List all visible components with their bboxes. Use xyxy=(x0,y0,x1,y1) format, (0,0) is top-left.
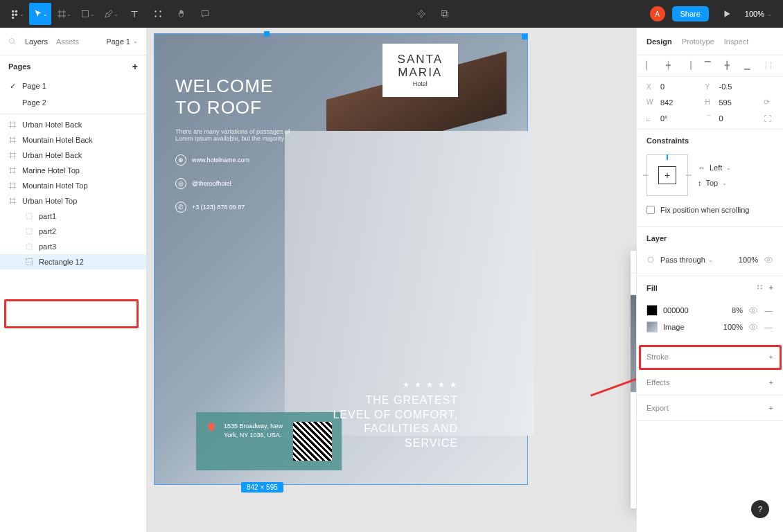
fill-header: Fill xyxy=(646,284,658,292)
comment-tool-button[interactable] xyxy=(194,3,216,25)
help-button[interactable]: ? xyxy=(751,500,769,518)
present-button[interactable] xyxy=(716,3,738,25)
constraints-widget[interactable]: + xyxy=(646,154,688,196)
align-left-icon[interactable]: ▏ xyxy=(646,61,656,71)
image-preview: Choose image xyxy=(631,295,636,392)
visibility-icon[interactable] xyxy=(764,255,773,265)
layer-item-part1[interactable]: part1 xyxy=(0,209,146,224)
layer-item-urban-hotel-back[interactable]: Urban Hotel Back xyxy=(0,148,146,163)
hotel-badge: SANTA MARIA Hotel xyxy=(382,44,458,97)
layer-item-urban-hotel-back[interactable]: Urban Hotel Back xyxy=(0,117,146,132)
mask-icon[interactable] xyxy=(434,3,456,25)
align-right-icon[interactable]: ▕ xyxy=(685,61,695,71)
text-tool-button[interactable] xyxy=(123,3,146,25)
layer-opacity-input[interactable]: 100% xyxy=(739,256,758,264)
svg-point-22 xyxy=(752,309,755,312)
x-input[interactable]: 0 xyxy=(660,82,701,91)
selected-frame[interactable]: SANTA MARIA Hotel WELCOMETO ROOF There a… xyxy=(154,33,528,485)
user-avatar[interactable]: A xyxy=(650,6,665,21)
constraints-header: Constraints xyxy=(637,130,783,152)
slider-highlights[interactable]: Highlights xyxy=(631,475,636,492)
resources-button[interactable] xyxy=(147,3,169,25)
align-top-icon[interactable]: ▔ xyxy=(705,61,714,71)
w-input[interactable]: 842 xyxy=(660,98,701,107)
svg-point-8 xyxy=(155,15,156,17)
welcome-subtext: There are many variations of passages of… xyxy=(175,128,314,142)
contact-website: ⊕www.hotelname.com xyxy=(175,154,507,166)
distribute-icon[interactable]: ╎╎ xyxy=(764,61,773,71)
page-item-page-1[interactable]: Page 1 xyxy=(0,78,146,94)
page-item-page-2[interactable]: Page 2 xyxy=(0,94,146,111)
link-wh-icon[interactable]: ⟳ xyxy=(764,98,773,107)
components-icon[interactable] xyxy=(410,3,432,25)
add-page-button[interactable]: + xyxy=(132,61,138,72)
right-panel: Design Prototype Inspect ▏ ┿ ▕ ▔ ╋ ▁ ╎╎ … xyxy=(636,28,783,532)
fill-row-1[interactable]: Image100%— xyxy=(646,319,773,335)
tagline: ★ ★ ★ ★ ★ THE GREATESTLEVEL OF COMFORT,F… xyxy=(333,380,458,451)
align-v-center-icon[interactable]: ╋ xyxy=(725,61,734,71)
export-section[interactable]: Export+ xyxy=(637,396,783,421)
slider-saturation[interactable]: Saturation xyxy=(631,425,636,442)
slider-tint[interactable]: Tint xyxy=(631,459,636,475)
align-h-center-icon[interactable]: ┿ xyxy=(666,61,676,71)
stroke-section[interactable]: Stroke+ xyxy=(637,344,783,370)
canvas[interactable]: SANTA MARIA Hotel WELCOMETO ROOF There a… xyxy=(147,28,636,532)
slider-shadows[interactable]: Shadows xyxy=(631,492,636,508)
blend-icon[interactable] xyxy=(646,256,655,264)
layer-item-urban-hotel-top[interactable]: Urban Hotel Top xyxy=(0,193,146,209)
pen-tool-button[interactable]: ⌄ xyxy=(100,3,122,25)
prototype-tab[interactable]: Prototype xyxy=(682,37,714,46)
svg-rect-16 xyxy=(26,259,33,265)
svg-point-0 xyxy=(11,10,14,13)
constraint-h-select[interactable]: ↔ Left ⌄ xyxy=(698,163,731,172)
left-panel: Layers Assets Page 1⌄ Pages + Page 1 Pag… xyxy=(0,28,147,532)
shape-tool-button[interactable]: ⌄ xyxy=(76,3,98,25)
top-toolbar: ⌄ ⌄ ⌄ ⌄ ⌄ A Share 100%⌄ xyxy=(0,0,783,28)
svg-point-3 xyxy=(15,13,17,16)
zoom-dropdown[interactable]: 100%⌄ xyxy=(739,10,777,18)
add-fill-button[interactable]: + xyxy=(769,283,773,292)
layers-tab[interactable]: Layers xyxy=(25,37,48,46)
page-selector[interactable]: Page 1⌄ xyxy=(106,37,138,46)
svg-point-23 xyxy=(752,326,755,328)
layer-item-part3[interactable]: part3 xyxy=(0,239,146,254)
fill-row-0[interactable]: 0000008%— xyxy=(646,302,773,319)
constraint-v-select[interactable]: ↕ Top ⌄ xyxy=(698,179,731,187)
move-tool-button[interactable]: ⌄ xyxy=(29,3,51,25)
svg-point-2 xyxy=(11,13,14,16)
alignment-bar: ▏ ┿ ▕ ▔ ╋ ▁ ╎╎ xyxy=(637,55,783,77)
svg-point-7 xyxy=(159,10,161,12)
y-input[interactable]: -0.5 xyxy=(719,82,760,91)
effects-section[interactable]: Effects+ xyxy=(637,370,783,396)
search-icon[interactable] xyxy=(8,37,17,46)
frame-tool-button[interactable]: ⌄ xyxy=(53,3,75,25)
h-input[interactable]: 595 xyxy=(719,98,760,107)
layer-item-mountain-hotel-back[interactable]: Mountain Hotel Back xyxy=(0,132,146,148)
rotation-input[interactable]: 0° xyxy=(660,114,701,123)
qr-code xyxy=(293,422,332,461)
svg-point-9 xyxy=(159,15,161,17)
design-tab[interactable]: Design xyxy=(646,37,672,46)
blend-mode-select[interactable]: Pass through⌄ xyxy=(660,256,733,264)
slider-contrast[interactable]: Contrast xyxy=(631,409,636,425)
fix-position-checkbox[interactable] xyxy=(646,206,655,214)
layer-item-marine-hotel-top[interactable]: Marine Hotel Top xyxy=(0,163,146,178)
slider-exposure[interactable]: Exposure xyxy=(631,392,636,409)
independent-corners-icon[interactable]: ⛶ xyxy=(764,114,773,123)
assets-tab[interactable]: Assets xyxy=(56,37,79,46)
align-bottom-icon[interactable]: ▁ xyxy=(744,61,754,71)
inspect-tab[interactable]: Inspect xyxy=(724,37,748,46)
layer-item-mountain-hotel-top[interactable]: Mountain Hotel Top xyxy=(0,178,146,193)
svg-point-21 xyxy=(767,258,770,261)
dimensions-badge: 842 × 595 xyxy=(241,482,283,493)
slider-temperature[interactable]: Temperature xyxy=(631,442,636,459)
layer-item-rectangle-12[interactable]: Rectangle 12 xyxy=(0,254,146,269)
hand-tool-button[interactable] xyxy=(170,3,193,25)
corner-input[interactable]: 0 xyxy=(719,114,760,123)
fill-styles-icon[interactable]: ∷ xyxy=(757,283,762,292)
svg-point-1 xyxy=(15,10,17,13)
figma-menu-button[interactable]: ⌄ xyxy=(6,3,28,25)
share-button[interactable]: Share xyxy=(672,6,709,21)
layer-item-part2[interactable]: part2 xyxy=(0,224,146,239)
svg-point-20 xyxy=(648,257,653,263)
